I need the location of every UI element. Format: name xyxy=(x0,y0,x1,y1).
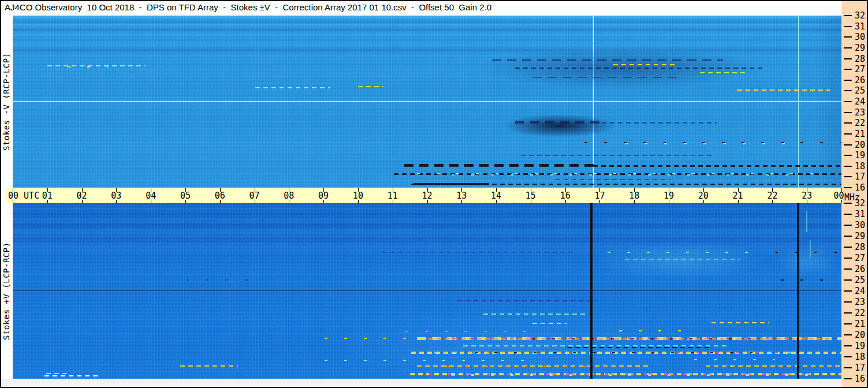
freq-tick: 27 xyxy=(844,64,865,74)
freq-tick: 17 xyxy=(844,171,865,182)
emission-streak xyxy=(532,323,567,324)
freq-label: 30 xyxy=(855,32,865,42)
freq-tick: 16 xyxy=(844,182,865,193)
time-label: 11 xyxy=(388,191,398,201)
freq-tick: 29 xyxy=(844,43,865,53)
emission-streak xyxy=(452,374,810,376)
spectral-shade xyxy=(813,16,841,188)
freq-tick: 25 xyxy=(844,85,865,96)
freq-label: 25 xyxy=(855,275,865,285)
time-label: 18 xyxy=(629,191,639,201)
dark-streak xyxy=(781,279,839,281)
tick-dash xyxy=(844,144,852,146)
freq-label: 24 xyxy=(855,286,865,296)
tick-dash xyxy=(844,203,852,204)
freq-tick: 16 xyxy=(844,374,865,384)
time-label: 07 xyxy=(249,191,260,201)
freq-tick: 23 xyxy=(844,297,865,307)
tick-dash xyxy=(844,323,852,324)
time-label: 22 xyxy=(767,191,777,201)
freq-label: 23 xyxy=(855,297,865,307)
freq-tick: 17 xyxy=(844,363,865,373)
tick-dash xyxy=(844,80,852,81)
emission-streak xyxy=(706,365,841,367)
top-panel-ylabel: Stokes -V (RCP-LCP) xyxy=(1,16,12,188)
dark-streak xyxy=(382,252,573,253)
tick-dash xyxy=(844,290,852,292)
time-label: 20 xyxy=(698,191,709,201)
tick-dash xyxy=(844,279,852,281)
dark-speck xyxy=(567,347,711,348)
frequency-scale-bottom: 3231302928272625242322212019181716 xyxy=(841,203,867,379)
interference-streak xyxy=(521,155,711,156)
time-axis-scale: 00 UTC0102030405060708091011121314151617… xyxy=(13,188,841,203)
time-label: 12 xyxy=(422,191,432,201)
calibration-line xyxy=(797,203,799,379)
interference-streak xyxy=(593,165,841,167)
time-label: 15 xyxy=(526,191,536,201)
tick-dash xyxy=(844,378,852,379)
freq-label: 18 xyxy=(855,161,865,171)
dark-streak xyxy=(532,77,683,78)
emission-streak xyxy=(452,337,821,339)
speck-row xyxy=(46,373,69,374)
time-label: 23 xyxy=(802,191,812,201)
freq-tick: 19 xyxy=(844,150,865,161)
speck-row xyxy=(358,86,383,87)
time-label: 08 xyxy=(284,191,294,201)
tick-dash xyxy=(844,166,852,167)
speck-row xyxy=(775,252,841,253)
freq-label: 31 xyxy=(855,209,865,219)
freq-tick: 20 xyxy=(844,330,865,340)
freq-label: 17 xyxy=(855,363,865,373)
speck-row xyxy=(68,66,108,68)
emission-streak xyxy=(429,373,804,375)
emission-streak xyxy=(325,338,423,339)
time-label: 16 xyxy=(560,191,571,201)
time-label: 03 xyxy=(111,191,121,201)
freq-tick: 24 xyxy=(844,286,865,296)
hline-24mhz xyxy=(13,290,841,291)
tick-dash xyxy=(844,155,852,156)
freq-label: 22 xyxy=(855,308,865,318)
freq-label: 18 xyxy=(855,352,865,362)
tick-dash xyxy=(844,90,852,91)
freq-tick: 18 xyxy=(844,352,865,362)
vertical-streak xyxy=(810,240,811,258)
freq-tick: 24 xyxy=(844,96,865,107)
tick-dash xyxy=(844,225,852,226)
frequency-scale-top: 3231302928272625242322212019181716 xyxy=(841,16,867,188)
bright-speck-row xyxy=(700,72,746,73)
freq-tick: 26 xyxy=(844,264,865,274)
speck-row xyxy=(625,143,798,144)
emission-streak xyxy=(619,330,688,331)
emission-streak xyxy=(325,360,532,361)
tick-dash xyxy=(844,133,852,135)
emission-streak xyxy=(417,365,648,367)
freq-label: 21 xyxy=(855,319,865,329)
interference-streak xyxy=(394,173,841,175)
emission-streak xyxy=(446,366,619,367)
tick-dash xyxy=(844,356,852,357)
time-label: 14 xyxy=(491,191,501,201)
tick-dash xyxy=(844,15,852,16)
interference-streak xyxy=(414,183,489,185)
speck-row xyxy=(255,87,330,88)
time-label: 05 xyxy=(180,191,191,201)
freq-tick: 20 xyxy=(844,140,865,150)
tick-dash xyxy=(844,47,852,48)
freq-tick: 26 xyxy=(844,75,865,85)
freq-tick: 28 xyxy=(844,54,865,64)
white-streak xyxy=(44,375,99,376)
time-label: 19 xyxy=(664,191,674,201)
freq-label: 17 xyxy=(855,171,865,182)
tick-dash xyxy=(844,247,852,248)
freq-label: 25 xyxy=(855,85,865,96)
emission-streak xyxy=(434,352,827,353)
time-axis: 00 UTC0102030405060708091011121314151617… xyxy=(6,188,841,203)
dark-speck xyxy=(475,352,763,353)
emission-streak xyxy=(483,314,587,315)
frequency-unit-label: MHz xyxy=(844,192,860,203)
calibration-line xyxy=(590,203,593,379)
freq-label: 19 xyxy=(855,150,865,161)
